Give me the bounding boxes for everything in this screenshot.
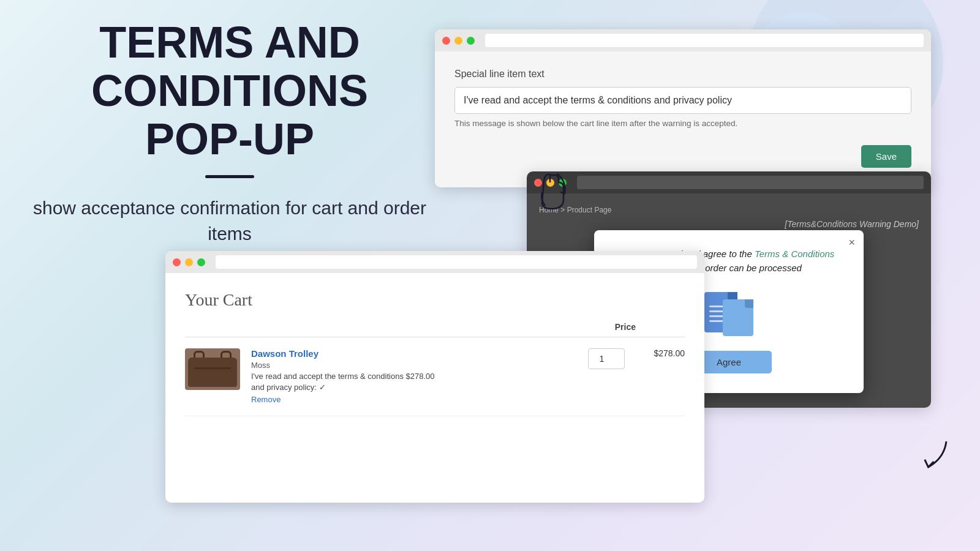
item-variant: Moss xyxy=(251,361,577,370)
document-icon-front xyxy=(723,299,753,336)
settings-content: Special line item text This message is s… xyxy=(435,51,931,187)
title-underline xyxy=(205,175,254,178)
cart-content: Your Cart Price Dawson Trolley Moss I've… xyxy=(165,273,704,503)
dot-red[interactable] xyxy=(442,37,450,45)
remove-link[interactable]: Remove xyxy=(251,395,281,404)
left-panel: TERMS AND CONDITIONS POP-UP show accepta… xyxy=(28,18,432,247)
bag-body xyxy=(188,358,237,387)
item-privacy-text: and privacy policy: ✓ xyxy=(251,383,577,392)
bag-strap xyxy=(194,367,231,369)
settings-field-label: Special line item text xyxy=(454,69,911,80)
special-line-item-input[interactable] xyxy=(454,87,911,114)
save-button[interactable]: Save xyxy=(861,145,911,168)
dot-yellow[interactable] xyxy=(454,37,462,45)
item-quantity xyxy=(588,348,625,369)
dot-green[interactable] xyxy=(467,37,475,45)
popup-addressbar xyxy=(577,176,924,189)
cart-addressbar xyxy=(216,255,697,269)
title-line2: CONDITIONS xyxy=(91,66,368,115)
cart-header-row: Price xyxy=(185,322,685,337)
item-name: Dawson Trolley xyxy=(251,348,577,359)
terms-price: $278.00 xyxy=(404,372,435,381)
cart-item-details: Dawson Trolley Moss I've read and accept… xyxy=(251,348,577,405)
settings-hint: This message is shown below the cart lin… xyxy=(454,119,911,128)
terms-text-part1: I've read and accept the terms & conditi… xyxy=(251,372,404,381)
popup-header-text: [Terms&Conditions Warning Demo] xyxy=(539,219,919,229)
cart-title: Your Cart xyxy=(185,290,685,310)
page-title: TERMS AND CONDITIONS POP-UP xyxy=(28,18,432,164)
quantity-input[interactable] xyxy=(588,348,625,369)
cart-dot-yellow[interactable] xyxy=(185,258,193,266)
terms-document-icon xyxy=(704,287,753,336)
breadcrumb: Home > Product Page xyxy=(539,206,919,214)
terms-conditions-link[interactable]: Terms & Conditions xyxy=(755,249,834,259)
popup-titlebar xyxy=(527,171,931,193)
item-terms-text: I've read and accept the terms & conditi… xyxy=(251,372,577,381)
cart-dot-green[interactable] xyxy=(197,258,205,266)
arrow-annotation-bottom xyxy=(891,416,961,489)
modal-close-button[interactable]: × xyxy=(848,236,855,249)
price-column-header: Price xyxy=(615,322,636,332)
cart-dot-red[interactable] xyxy=(173,258,181,266)
settings-browser-window: Special line item text This message is s… xyxy=(435,29,931,187)
cart-titlebar xyxy=(165,251,704,273)
cart-browser-window: Your Cart Price Dawson Trolley Moss I've… xyxy=(165,251,704,503)
settings-addressbar xyxy=(485,34,924,47)
settings-titlebar xyxy=(435,29,931,51)
product-image xyxy=(185,348,240,390)
subtitle: show acceptance confirmation for cart an… xyxy=(28,195,432,247)
settings-save-row: Save xyxy=(454,145,911,168)
item-subtotal: $278.00 xyxy=(636,348,685,358)
title-line1: TERMS AND xyxy=(99,18,360,67)
cart-item-row: Dawson Trolley Moss I've read and accept… xyxy=(185,337,685,416)
title-line3: POP-UP xyxy=(145,114,314,163)
hand-cursor-icon xyxy=(533,169,570,219)
